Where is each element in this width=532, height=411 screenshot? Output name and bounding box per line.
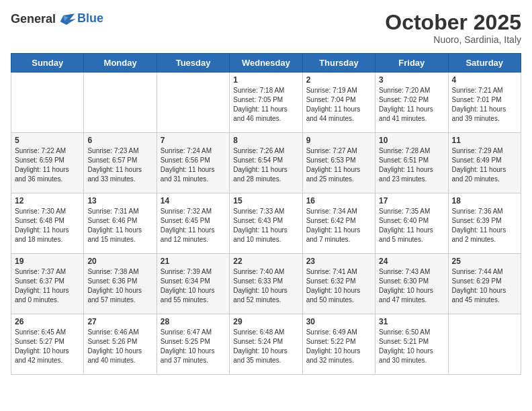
- day-info: Sunrise: 7:41 AMSunset: 6:32 PMDaylight:…: [306, 267, 371, 305]
- calendar-cell: 11Sunrise: 7:29 AMSunset: 6:49 PMDayligh…: [448, 133, 521, 193]
- calendar-cell: 4Sunrise: 7:21 AMSunset: 7:01 PMDaylight…: [448, 73, 521, 133]
- calendar-cell: 20Sunrise: 7:38 AMSunset: 6:36 PMDayligh…: [84, 254, 157, 314]
- day-info: Sunrise: 7:34 AMSunset: 6:42 PMDaylight:…: [306, 207, 371, 244]
- calendar-cell: 23Sunrise: 7:41 AMSunset: 6:32 PMDayligh…: [302, 254, 375, 314]
- calendar-table: SundayMondayTuesdayWednesdayThursdayFrid…: [11, 53, 521, 375]
- day-number: 26: [15, 317, 80, 326]
- day-number: 25: [452, 257, 517, 266]
- day-number: 20: [87, 257, 152, 266]
- day-info: Sunrise: 6:50 AMSunset: 5:21 PMDaylight:…: [379, 328, 444, 365]
- calendar-cell: 27Sunrise: 6:46 AMSunset: 5:26 PMDayligh…: [84, 314, 157, 375]
- day-info: Sunrise: 7:32 AMSunset: 6:45 PMDaylight:…: [161, 207, 226, 244]
- page-header: General Blue October 2025 Nuoro, Sardini…: [11, 11, 521, 45]
- day-number: 13: [87, 196, 152, 205]
- day-number: 16: [306, 196, 371, 205]
- week-row-5: 26Sunrise: 6:45 AMSunset: 5:27 PMDayligh…: [11, 314, 521, 375]
- week-row-4: 19Sunrise: 7:37 AMSunset: 6:37 PMDayligh…: [11, 254, 521, 314]
- day-number: 24: [379, 257, 444, 266]
- day-info: Sunrise: 7:43 AMSunset: 6:30 PMDaylight:…: [379, 267, 444, 305]
- calendar-cell: 6Sunrise: 7:23 AMSunset: 6:57 PMDaylight…: [84, 133, 157, 193]
- calendar-cell: 29Sunrise: 6:48 AMSunset: 5:24 PMDayligh…: [230, 314, 302, 375]
- week-row-3: 12Sunrise: 7:30 AMSunset: 6:48 PMDayligh…: [11, 193, 521, 254]
- calendar-cell: [11, 73, 84, 133]
- day-info: Sunrise: 7:24 AMSunset: 6:56 PMDaylight:…: [161, 146, 226, 184]
- day-info: Sunrise: 7:40 AMSunset: 6:33 PMDaylight:…: [233, 267, 298, 305]
- weekday-header-wednesday: Wednesday: [230, 54, 302, 73]
- day-info: Sunrise: 7:29 AMSunset: 6:49 PMDaylight:…: [452, 146, 517, 184]
- day-info: Sunrise: 7:18 AMSunset: 7:05 PMDaylight:…: [233, 86, 298, 124]
- day-number: 30: [306, 317, 371, 326]
- day-info: Sunrise: 7:35 AMSunset: 6:40 PMDaylight:…: [379, 207, 444, 244]
- day-number: 7: [161, 136, 226, 145]
- day-number: 18: [452, 196, 517, 205]
- day-info: Sunrise: 7:22 AMSunset: 6:59 PMDaylight:…: [15, 146, 80, 184]
- week-row-1: 1Sunrise: 7:18 AMSunset: 7:05 PMDaylight…: [11, 73, 521, 133]
- day-number: 17: [379, 196, 444, 205]
- calendar-cell: [157, 73, 229, 133]
- day-info: Sunrise: 7:33 AMSunset: 6:43 PMDaylight:…: [233, 207, 298, 244]
- calendar-cell: 1Sunrise: 7:18 AMSunset: 7:05 PMDaylight…: [230, 73, 302, 133]
- calendar-cell: 13Sunrise: 7:31 AMSunset: 6:46 PMDayligh…: [84, 193, 157, 254]
- day-number: 9: [306, 136, 371, 145]
- day-info: Sunrise: 7:38 AMSunset: 6:36 PMDaylight:…: [87, 267, 152, 305]
- weekday-header-sunday: Sunday: [11, 54, 84, 73]
- calendar-cell: 9Sunrise: 7:27 AMSunset: 6:53 PMDaylight…: [302, 133, 375, 193]
- weekday-header-tuesday: Tuesday: [157, 54, 229, 73]
- day-info: Sunrise: 7:20 AMSunset: 7:02 PMDaylight:…: [379, 86, 444, 124]
- calendar-cell: 22Sunrise: 7:40 AMSunset: 6:33 PMDayligh…: [230, 254, 302, 314]
- day-number: 22: [233, 257, 298, 266]
- day-info: Sunrise: 6:49 AMSunset: 5:22 PMDaylight:…: [306, 328, 371, 365]
- day-number: 19: [15, 257, 80, 266]
- title-block: October 2025 Nuoro, Sardinia, Italy: [385, 11, 521, 45]
- calendar-cell: 28Sunrise: 6:47 AMSunset: 5:25 PMDayligh…: [157, 314, 229, 375]
- calendar-cell: 18Sunrise: 7:36 AMSunset: 6:39 PMDayligh…: [448, 193, 521, 254]
- day-number: 6: [87, 136, 152, 145]
- calendar-cell: 24Sunrise: 7:43 AMSunset: 6:30 PMDayligh…: [375, 254, 448, 314]
- day-number: 23: [306, 257, 371, 266]
- day-number: 14: [161, 196, 226, 205]
- day-info: Sunrise: 6:48 AMSunset: 5:24 PMDaylight:…: [233, 328, 298, 365]
- svg-marker-0: [60, 13, 76, 25]
- day-number: 27: [87, 317, 152, 326]
- day-number: 28: [161, 317, 226, 326]
- day-number: 8: [233, 136, 298, 145]
- day-number: 1: [233, 75, 298, 85]
- day-info: Sunrise: 6:46 AMSunset: 5:26 PMDaylight:…: [87, 328, 152, 365]
- calendar-cell: 12Sunrise: 7:30 AMSunset: 6:48 PMDayligh…: [11, 193, 84, 254]
- weekday-header-friday: Friday: [375, 54, 448, 73]
- calendar-cell: 21Sunrise: 7:39 AMSunset: 6:34 PMDayligh…: [157, 254, 229, 314]
- day-number: 5: [15, 136, 80, 145]
- logo: General Blue: [11, 11, 103, 30]
- calendar-cell: 31Sunrise: 6:50 AMSunset: 5:21 PMDayligh…: [375, 314, 448, 375]
- weekday-header-row: SundayMondayTuesdayWednesdayThursdayFrid…: [11, 54, 521, 73]
- calendar-cell: 14Sunrise: 7:32 AMSunset: 6:45 PMDayligh…: [157, 193, 229, 254]
- day-number: 12: [15, 196, 80, 205]
- calendar-cell: 25Sunrise: 7:44 AMSunset: 6:29 PMDayligh…: [448, 254, 521, 314]
- calendar-cell: 2Sunrise: 7:19 AMSunset: 7:04 PMDaylight…: [302, 73, 375, 133]
- week-row-2: 5Sunrise: 7:22 AMSunset: 6:59 PMDaylight…: [11, 133, 521, 193]
- calendar-cell: 16Sunrise: 7:34 AMSunset: 6:42 PMDayligh…: [302, 193, 375, 254]
- calendar-cell: 3Sunrise: 7:20 AMSunset: 7:02 PMDaylight…: [375, 73, 448, 133]
- day-info: Sunrise: 7:30 AMSunset: 6:48 PMDaylight:…: [15, 207, 80, 244]
- day-info: Sunrise: 7:21 AMSunset: 7:01 PMDaylight:…: [452, 86, 517, 124]
- logo-blue: Blue: [77, 11, 103, 26]
- calendar-cell: 7Sunrise: 7:24 AMSunset: 6:56 PMDaylight…: [157, 133, 229, 193]
- calendar-cell: 8Sunrise: 7:26 AMSunset: 6:54 PMDaylight…: [230, 133, 302, 193]
- day-number: 21: [161, 257, 226, 266]
- day-number: 29: [233, 317, 298, 326]
- day-number: 15: [233, 196, 298, 205]
- calendar-cell: 15Sunrise: 7:33 AMSunset: 6:43 PMDayligh…: [230, 193, 302, 254]
- logo-bird-icon: [57, 11, 76, 30]
- weekday-header-monday: Monday: [84, 54, 157, 73]
- day-number: 11: [452, 136, 517, 145]
- calendar-cell: 19Sunrise: 7:37 AMSunset: 6:37 PMDayligh…: [11, 254, 84, 314]
- day-number: 31: [379, 317, 444, 326]
- calendar-cell: 10Sunrise: 7:28 AMSunset: 6:51 PMDayligh…: [375, 133, 448, 193]
- day-info: Sunrise: 7:23 AMSunset: 6:57 PMDaylight:…: [87, 146, 152, 184]
- day-info: Sunrise: 6:45 AMSunset: 5:27 PMDaylight:…: [15, 328, 80, 365]
- day-info: Sunrise: 7:44 AMSunset: 6:29 PMDaylight:…: [452, 267, 517, 305]
- weekday-header-thursday: Thursday: [302, 54, 375, 73]
- day-info: Sunrise: 7:26 AMSunset: 6:54 PMDaylight:…: [233, 146, 298, 184]
- weekday-header-saturday: Saturday: [448, 54, 521, 73]
- day-info: Sunrise: 7:37 AMSunset: 6:37 PMDaylight:…: [15, 267, 80, 305]
